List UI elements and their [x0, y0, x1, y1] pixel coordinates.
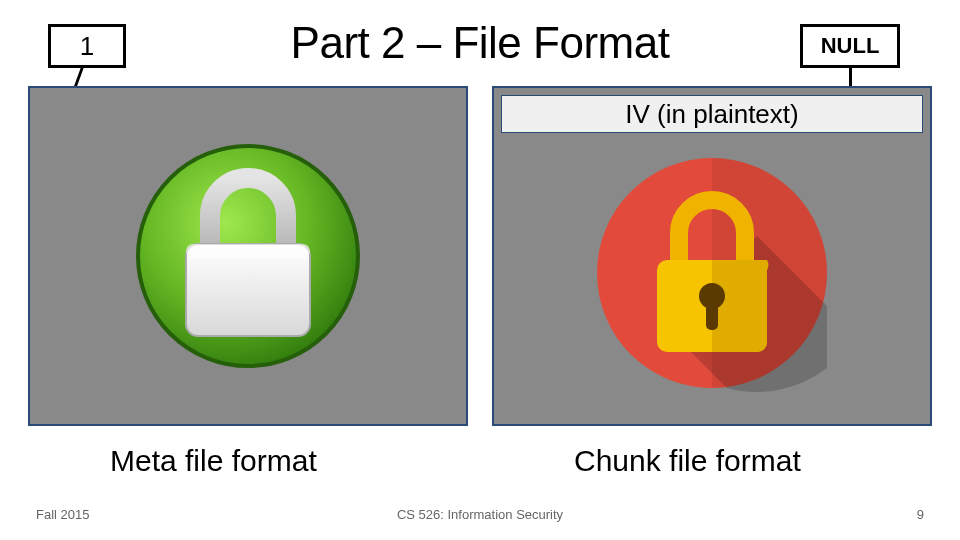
slide-title: Part 2 – File Format [291, 18, 670, 68]
svg-rect-3 [186, 244, 310, 258]
svg-rect-7 [706, 300, 718, 330]
footer-course: CS 526: Information Security [397, 507, 563, 522]
caption-meta: Meta file format [110, 444, 317, 478]
iv-bar: IV (in plaintext) [501, 95, 923, 133]
caption-chunk: Chunk file format [574, 444, 801, 478]
connector-left [73, 68, 83, 88]
box-null: NULL [800, 24, 900, 68]
green-lock-icon [128, 136, 368, 376]
chunk-panel: IV (in plaintext) [492, 86, 932, 426]
box-null-label: NULL [821, 33, 880, 59]
footer-page: 9 [917, 507, 924, 522]
iv-label: IV (in plaintext) [625, 99, 798, 130]
footer-term: Fall 2015 [36, 507, 89, 522]
meta-panel [28, 86, 468, 426]
box-one-label: 1 [80, 31, 94, 62]
red-lock-icon [587, 148, 837, 398]
box-one: 1 [48, 24, 126, 68]
